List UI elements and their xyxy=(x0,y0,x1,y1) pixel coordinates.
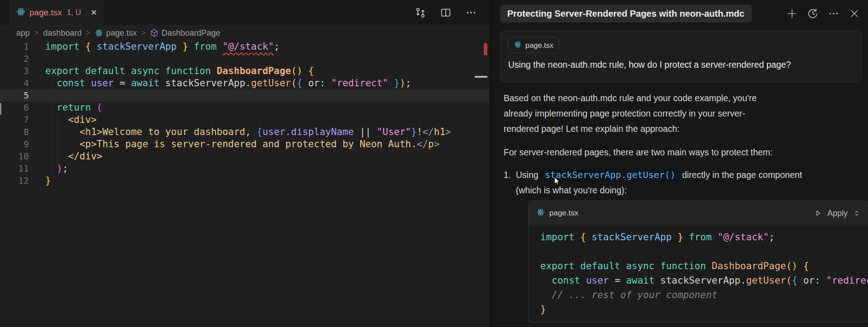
response-paragraph: Based on the neon-auth.mdc rule and your… xyxy=(504,90,862,136)
code-block-line: const user = await stackServerApp.getUse… xyxy=(540,273,868,288)
line-number[interactable]: 2 xyxy=(0,53,29,65)
code-block-line: } xyxy=(540,302,868,317)
line-number[interactable]: 1 xyxy=(0,41,29,53)
react-icon xyxy=(514,41,522,50)
code-line-6[interactable]: 6 return ( xyxy=(0,102,489,114)
code-line-1[interactable]: 1import { stackServerApp } from "@/stack… xyxy=(0,41,489,53)
list-content: Using stackServerApp.getUser() directly … xyxy=(516,167,868,322)
editor-code-area[interactable]: 1import { stackServerApp } from "@/stack… xyxy=(0,41,489,187)
code-line-12[interactable]: 12} xyxy=(0,175,489,187)
editor-pane: page.tsx 1, U ✕ app>dashboard>page.tsx>D… xyxy=(0,0,489,327)
code-block-filename: page.tsx xyxy=(549,206,578,221)
code-line-5[interactable]: 5 xyxy=(0,89,489,102)
code-line-11[interactable]: 11 ); xyxy=(0,163,489,175)
chevron-right-icon: > xyxy=(34,29,38,37)
tab-page-tsx[interactable]: page.tsx 1, U ✕ xyxy=(9,0,105,25)
breadcrumb-item-dashboardpage[interactable]: DashboardPage xyxy=(150,28,220,38)
overview-ruler-error-marker xyxy=(484,43,487,55)
play-icon[interactable] xyxy=(814,209,823,218)
line-number[interactable]: 5 xyxy=(0,89,29,102)
code-block-content: import { stackServerApp } from "@/stack"… xyxy=(528,225,868,322)
overview-ruler-cursor-marker xyxy=(475,76,487,78)
code-block-line xyxy=(540,244,868,259)
more-actions-icon[interactable] xyxy=(464,5,478,20)
line-number[interactable]: 8 xyxy=(0,126,29,138)
list-line: (which is what you're doing): xyxy=(516,182,868,198)
code-block-header: page.tsx Apply xyxy=(528,201,868,225)
react-icon xyxy=(95,29,103,37)
more-icon[interactable] xyxy=(826,6,841,21)
breadcrumb-item-page.tsx[interactable]: page.tsx xyxy=(95,28,137,38)
numbered-list-item: 1. Using stackServerApp.getUser() direct… xyxy=(504,167,862,322)
code-block-line: export default async function DashboardP… xyxy=(540,259,868,273)
split-editor-icon[interactable] xyxy=(439,5,453,20)
assistant-response: Based on the neon-auth.mdc rule and your… xyxy=(504,90,862,322)
code-block-card: page.tsx Apply import { stackServerApp }… xyxy=(528,201,868,322)
breadcrumb-item-app[interactable]: app xyxy=(16,28,30,38)
editor-left-decoration xyxy=(0,103,1,115)
user-message-card: page.tsx Using the neon-auth.mdc rule, h… xyxy=(500,31,862,82)
line-number[interactable]: 11 xyxy=(0,163,29,175)
code-line-3[interactable]: 3export default async function Dashboard… xyxy=(0,65,489,77)
code-line-8[interactable]: 8 <h1>Welcome to your dashboard, {user.d… xyxy=(0,126,489,138)
new-chat-plus-icon[interactable] xyxy=(785,6,799,21)
list-marker: 1. xyxy=(504,167,516,322)
code-line-7[interactable]: 7 <div> xyxy=(0,114,489,126)
code-line-4[interactable]: 4 const user = await stackServerApp.getU… xyxy=(0,77,489,89)
line-number[interactable]: 7 xyxy=(0,114,29,126)
tab-modified-badge: 1, U xyxy=(67,8,81,17)
pane-divider[interactable] xyxy=(489,0,493,327)
chevron-right-icon: > xyxy=(86,29,90,37)
line-number[interactable]: 10 xyxy=(0,150,29,163)
history-icon[interactable] xyxy=(806,6,820,21)
tab-bar: page.tsx 1, U ✕ xyxy=(0,0,489,25)
line-number[interactable]: 9 xyxy=(0,138,29,150)
user-question-text: Using the neon-auth.mdc rule, how do I p… xyxy=(508,60,854,70)
react-icon xyxy=(537,206,545,221)
list-line: Using stackServerApp.getUser() directly … xyxy=(516,167,868,182)
line-number[interactable]: 4 xyxy=(0,77,29,89)
chat-pane: Protecting Server-Rendered Pages with ne… xyxy=(493,0,868,327)
code-line-2[interactable]: 2 xyxy=(0,53,489,65)
react-icon xyxy=(16,7,25,18)
line-number[interactable]: 6 xyxy=(0,102,29,114)
mouse-cursor-icon xyxy=(552,176,562,188)
code-block-line: // ... rest of your component xyxy=(540,288,868,302)
apply-button[interactable]: Apply xyxy=(827,206,848,221)
attached-file-name: page.tsx xyxy=(525,41,553,50)
response-paragraph: For server-rendered pages, there are two… xyxy=(504,145,862,160)
code-line-10[interactable]: 10 </div> xyxy=(0,150,489,163)
attached-file-chip[interactable]: page.tsx xyxy=(508,37,559,53)
tab-close-icon[interactable]: ✕ xyxy=(90,8,97,18)
breadcrumb: app>dashboard>page.tsx>DashboardPage xyxy=(0,25,489,41)
code-block-line: import { stackServerApp } from "@/stack"… xyxy=(540,230,868,244)
line-number[interactable]: 12 xyxy=(0,175,29,187)
compare-changes-icon[interactable] xyxy=(413,5,428,20)
chevron-expand-icon[interactable] xyxy=(852,209,861,218)
code-line-9[interactable]: 9 <p>This page is server-rendered and pr… xyxy=(0,138,489,150)
tab-label: page.tsx xyxy=(29,8,62,18)
breadcrumb-item-dashboard[interactable]: dashboard xyxy=(43,28,81,38)
chat-title[interactable]: Protecting Server-Rendered Pages with ne… xyxy=(500,5,752,23)
close-icon[interactable] xyxy=(847,6,862,21)
chevron-right-icon: > xyxy=(142,29,146,37)
line-number[interactable]: 3 xyxy=(0,65,29,77)
symbol-cube-icon xyxy=(150,29,158,37)
